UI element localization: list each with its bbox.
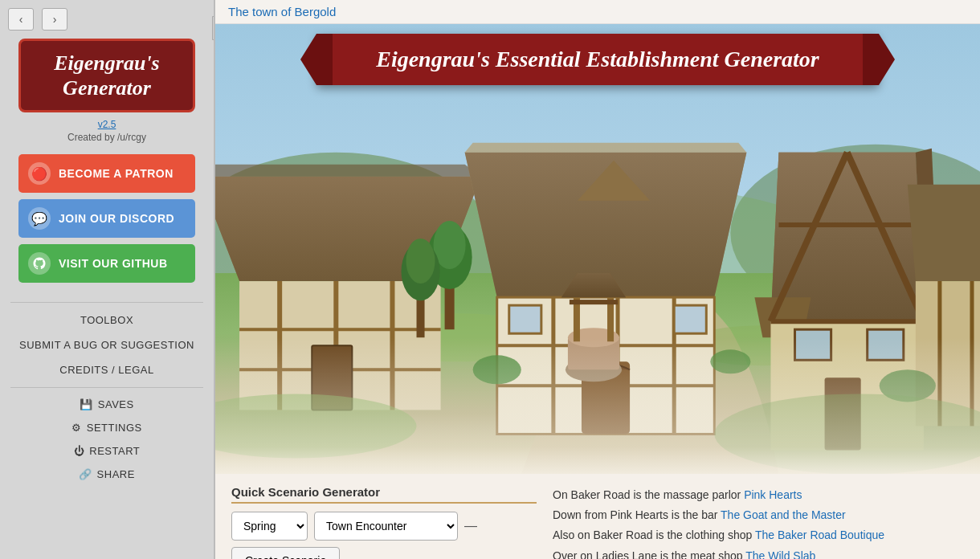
baker-road-boutique-link[interactable]: The Baker Road Boutique	[755, 528, 884, 541]
town-link[interactable]: The town of Bergold	[228, 5, 336, 18]
saves-icon: 💾	[80, 398, 93, 410]
town-header: The town of Bergold	[215, 0, 980, 24]
scenario-title: Quick Scenario Generator	[231, 485, 537, 504]
svg-point-62	[406, 239, 435, 284]
scenario-dash: —	[464, 519, 477, 533]
navigation-arrows: ‹ ›	[0, 8, 67, 31]
svg-marker-21	[465, 143, 747, 153]
sidebar-divider-1	[10, 302, 202, 303]
share-icon: 🔗	[79, 468, 92, 480]
svg-rect-32	[674, 305, 706, 333]
svg-rect-68	[215, 337, 980, 474]
create-scenario-button[interactable]: Create Scenario	[231, 547, 340, 559]
saves-link[interactable]: 💾 SAVES	[0, 393, 214, 416]
info-line-3: Also on Baker Road is the clothing shop …	[553, 525, 964, 545]
info-line-4: Over on Ladies Lane is the meat shop The…	[553, 546, 964, 559]
discord-button[interactable]: 💬 JOIN OUR DISCORD	[18, 199, 195, 238]
patron-button[interactable]: 🔴 BECOME A PATRON	[18, 154, 195, 193]
scenario-controls: Spring Summer Autumn Winter Town Encount…	[231, 512, 537, 559]
back-icon: ‹	[19, 13, 23, 26]
discord-icon: 💬	[28, 207, 51, 230]
version-link[interactable]: v2.5	[98, 119, 116, 130]
goat-master-link[interactable]: The Goat and the Master	[721, 508, 846, 521]
svg-marker-53	[908, 185, 980, 281]
encounter-select[interactable]: Town Encounter Wilderness Encounter Dung…	[314, 512, 458, 541]
bottom-panel: Quick Scenario Generator Spring Summer A…	[215, 474, 980, 559]
svg-rect-40	[570, 300, 618, 304]
restart-link[interactable]: ⏻ RESTART	[0, 439, 214, 463]
creator-text: Created by /u/rcgy	[67, 132, 146, 143]
patreon-icon: 🔴	[28, 162, 51, 185]
info-line-1: On Baker Road is the massage parlor Pink…	[553, 485, 964, 505]
logo-text: Eigengrau's Generator	[34, 51, 180, 100]
logo-box: Eigengrau's Generator	[18, 39, 195, 112]
scenario-generator: Quick Scenario Generator Spring Summer A…	[231, 485, 537, 548]
forward-icon: ›	[53, 13, 57, 26]
credits-link[interactable]: CREDITS / LEGAL	[0, 357, 214, 382]
sidebar-divider-2	[10, 387, 202, 388]
info-panel: On Baker Road is the massage parlor Pink…	[553, 485, 964, 548]
github-button[interactable]: VISIT OUR GITHUB	[18, 244, 195, 283]
hero-banner: Eigengrau's Essential Establishment Gene…	[316, 34, 879, 85]
svg-rect-31	[509, 305, 541, 333]
settings-icon: ⚙	[71, 422, 82, 434]
village-scene	[215, 24, 980, 474]
toolbox-link[interactable]: TOOLBOX	[0, 308, 214, 333]
bug-link[interactable]: SUBMIT A BUG OR SUGGESTION	[0, 333, 214, 357]
svg-marker-42	[770, 153, 923, 321]
hero-area: Eigengrau's Essential Establishment Gene…	[215, 24, 980, 474]
version-text: v2.5	[98, 119, 116, 130]
settings-link[interactable]: ⚙ SETTINGS	[0, 416, 214, 439]
back-button[interactable]: ‹	[8, 8, 34, 31]
sidebar: ‹ ‹ › Eigengrau's Generator v2.5 Created…	[0, 0, 215, 559]
restart-icon: ⏻	[74, 445, 85, 457]
info-line-2: Down from Pink Hearts is the bar The Goa…	[553, 505, 964, 525]
forward-button[interactable]: ›	[42, 8, 67, 31]
github-icon	[28, 252, 51, 275]
pink-hearts-link[interactable]: Pink Hearts	[744, 488, 802, 501]
share-link[interactable]: 🔗 SHARE	[0, 463, 214, 486]
main-content: The town of Bergold	[215, 0, 980, 559]
season-select[interactable]: Spring Summer Autumn Winter	[231, 512, 308, 541]
svg-marker-10	[215, 165, 481, 177]
wild-slab-link[interactable]: The Wild Slab	[745, 549, 815, 559]
